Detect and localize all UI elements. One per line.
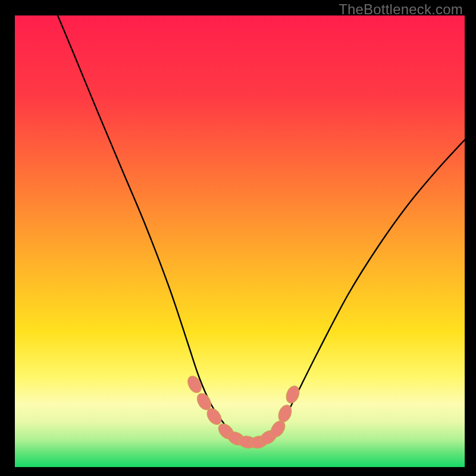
bead-marker: [284, 384, 302, 405]
chart-frame: TheBottleneck.com: [0, 0, 476, 476]
watermark-text: TheBottleneck.com: [339, 1, 463, 18]
bead-marker: [185, 374, 204, 395]
bottleneck-curve: [58, 15, 465, 444]
plot-area: [15, 15, 465, 467]
curve-layer: [15, 15, 465, 467]
